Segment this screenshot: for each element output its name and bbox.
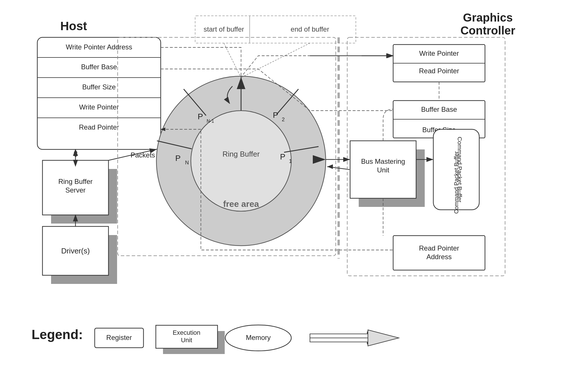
read-ptr-addr: Read Pointer: [419, 244, 459, 252]
host-reg-read-ptr: Read Pointer: [79, 123, 119, 131]
host-reg-buffer-base: Buffer Base: [81, 63, 117, 71]
end-of-buffer: end of buffer: [291, 25, 329, 33]
drivers-label: Driver(s): [61, 247, 90, 255]
p1-sub: 1: [289, 158, 292, 164]
legend-memory: Memory: [246, 334, 271, 341]
read-ptr-addr2: Address: [426, 253, 452, 261]
legend-register: Register: [106, 334, 132, 341]
gc-title2: Controller: [460, 24, 515, 37]
svg-rect-6: [37, 37, 161, 149]
legend-title: Legend:: [32, 327, 83, 342]
p1-label: P: [280, 152, 286, 161]
gc-title: Graphics: [463, 11, 513, 24]
pn-label: P: [175, 154, 181, 163]
pn1-sub: N-1: [207, 119, 214, 124]
ring-buffer-server-label2: Server: [65, 186, 86, 194]
host-reg-write-ptr-addr: Write Pointer Address: [66, 43, 132, 51]
pn1-label: P: [198, 112, 203, 121]
p2-label: P: [273, 111, 278, 120]
ring-buffer-label: Ring Buffer: [222, 150, 260, 158]
cpb-label-v: Command Packet Buffer: [457, 137, 463, 202]
host-title: Host: [60, 19, 87, 33]
free-area-label: free area: [223, 199, 259, 209]
p2-sub: 2: [282, 117, 285, 122]
start-of-buffer: start of buffer: [204, 25, 244, 33]
ring-buffer-server-label: Ring Buffer: [58, 178, 93, 185]
svg-line-31: [241, 43, 310, 78]
host-reg-write-ptr: Write Pointer: [79, 103, 119, 111]
svg-text:⇕: ⇕: [72, 149, 79, 159]
host-reg-buffer-size: Buffer Size: [82, 83, 116, 91]
legend-execution-unit2: Unit: [181, 336, 192, 344]
legend-execution-unit: Execution: [173, 329, 201, 336]
svg-line-30: [224, 43, 241, 78]
pn-sub: N: [185, 160, 189, 166]
bmu-label: Bus Mastering: [361, 157, 405, 165]
bmu-label2: Unit: [377, 166, 389, 174]
svg-marker-42: [327, 164, 333, 169]
gc-buffer-base: Buffer Base: [421, 105, 457, 113]
gc-write-ptr: Write Pointer: [419, 49, 459, 57]
gc-read-ptr: Read Pointer: [419, 67, 459, 75]
svg-marker-55: [368, 330, 399, 346]
svg-point-20: [191, 111, 291, 211]
